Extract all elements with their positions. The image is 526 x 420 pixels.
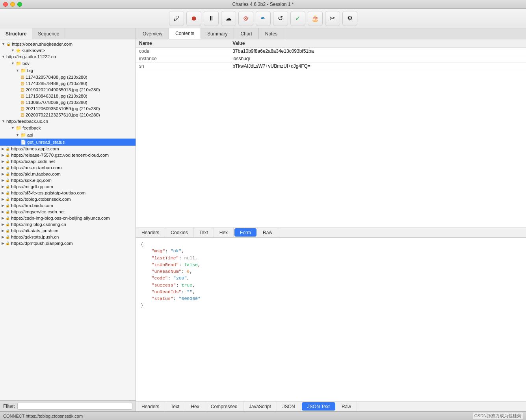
arrow-tool-button[interactable]: 🖊 xyxy=(169,11,184,26)
tab-notes[interactable]: Notes xyxy=(259,28,284,39)
tab-summary[interactable]: Summary xyxy=(201,28,234,39)
lock-icon: 🔒 xyxy=(6,159,10,163)
filter-input[interactable] xyxy=(17,403,132,410)
tree-item[interactable]: 🖼 202007022123257610.jpg (210x280) xyxy=(0,112,136,118)
tab-overview[interactable]: Overview xyxy=(136,28,169,39)
tree-item[interactable]: ▶ 🔒 https://dpmtpush.dianping.com xyxy=(0,240,136,246)
tree-item[interactable]: ▼ 📁 bcv xyxy=(0,60,136,67)
tools-button[interactable]: ✂ xyxy=(325,11,340,26)
tree-item-label: https://sdk.e.qq.com xyxy=(11,178,52,183)
cloud-button[interactable]: ☁ xyxy=(221,11,236,26)
record-button[interactable]: ⏺ xyxy=(186,11,201,26)
json-line: "code": "200", xyxy=(141,275,521,281)
minimize-button[interactable] xyxy=(10,2,15,7)
btab-hex[interactable]: Hex xyxy=(185,401,205,411)
tree-item[interactable]: ▶ 🔒 https://release-75570.gzc.vod.tencen… xyxy=(0,152,136,158)
tree-item[interactable]: ▶ 🔒 https://gd-stats.jpush.cn xyxy=(0,234,136,240)
settings-button[interactable]: ⚙ xyxy=(342,11,357,26)
tree-item-label: https://bizapi.csdn.net xyxy=(11,159,55,164)
empty-space xyxy=(136,70,526,228)
tree-item[interactable]: 🖼 1130657078069.jpg (210x280) xyxy=(0,99,136,105)
cancel-button[interactable]: ⊗ xyxy=(238,11,253,26)
tree-item[interactable]: ▼ http://img-tailor.11222.cn xyxy=(0,54,136,60)
btab-json-text[interactable]: JSON Text xyxy=(302,402,335,411)
filter-bar: Filter: xyxy=(0,400,136,411)
subtab-headers[interactable]: Headers xyxy=(136,228,165,237)
toolbar: 🖊 ⏺ ⏸ ☁ ⊗ ✒ ↺ ✓ 🎂 ✂ ⚙ xyxy=(0,9,526,28)
btab-json[interactable]: JSON xyxy=(277,401,301,411)
tree-item[interactable]: 🖼 1174328578488.jpg (210x280) xyxy=(0,80,136,87)
col-value-header: Value xyxy=(229,39,526,48)
tree-item[interactable]: ▶ 🔒 https://imgservice.csdn.net xyxy=(0,209,136,215)
tree-item[interactable]: ▶ 🔒 https://csdn-img-blog.oss-cn-beijing… xyxy=(0,215,136,221)
tree-item-label: api xyxy=(27,133,33,137)
tree-item-label: feedback xyxy=(22,126,41,130)
refresh-button[interactable]: ↺ xyxy=(273,11,288,26)
tree-item-label: https://acs.m.taobao.com xyxy=(11,165,61,170)
tree-item[interactable]: ▶ 🔒 https://img-blog.csdnimg.cn xyxy=(0,221,136,228)
image-icon: 🖼 xyxy=(20,107,24,111)
tree-item[interactable]: ▶ 🔒 https://aid.m.taobao.com xyxy=(0,171,136,177)
tree-item[interactable]: ▶ 🔒 https://ali-stats.jpush.cn xyxy=(0,228,136,234)
chevron-down-icon: ▼ xyxy=(11,61,15,65)
chevron-right-icon: ▶ xyxy=(2,210,4,214)
lock-icon: 🔒 xyxy=(6,210,10,214)
tab-sequence[interactable]: Sequence xyxy=(32,28,65,39)
json-code-area: { "msg": "ok", "lastTime": null, "isUnRe… xyxy=(136,238,526,401)
subtab-cookies[interactable]: Cookies xyxy=(165,228,193,237)
tree-item-label: big xyxy=(27,68,33,73)
tree-item[interactable]: ▼ 📁 api xyxy=(0,131,136,139)
btab-raw[interactable]: Raw xyxy=(336,401,357,411)
tree-item[interactable]: ▶ 🔒 https://itunes.apple.com xyxy=(0,146,136,152)
tab-structure[interactable]: Structure xyxy=(0,28,32,39)
compose-button[interactable]: 🎂 xyxy=(308,11,323,26)
tree-item[interactable]: ▼ http://feedback.uc.cn xyxy=(0,118,136,124)
tree-item[interactable]: 🖼 202112060935051059.jpg (210x280) xyxy=(0,105,136,112)
tree-item[interactable]: ▶ 🔒 https://acs.m.taobao.com xyxy=(0,165,136,171)
tree-item[interactable]: ▼ 📁 big xyxy=(0,67,136,74)
pen-button[interactable]: ✒ xyxy=(256,11,271,26)
tree-item[interactable]: ▶ 🔒 https://toblog.ctobsnssdk.com xyxy=(0,196,136,202)
chevron-right-icon: ▶ xyxy=(2,172,4,176)
tree-item-selected[interactable]: 📄 get_unread_status xyxy=(0,139,136,146)
tree-item[interactable]: ▶ 🔒 https://mi.gdt.qq.com xyxy=(0,183,136,190)
btab-javascript[interactable]: JavaScript xyxy=(243,401,277,411)
btab-headers[interactable]: Headers xyxy=(136,401,165,411)
chevron-right-icon: ▼ xyxy=(2,55,5,59)
tab-chart[interactable]: Chart xyxy=(234,28,258,39)
subtab-text[interactable]: Text xyxy=(194,228,214,237)
file-icon: 📄 xyxy=(20,139,26,145)
tree-item[interactable]: ▶ 🔒 https://sf3-fe-tos.pglstatp-toutiao.… xyxy=(0,190,136,196)
subtab-hex[interactable]: Hex xyxy=(214,228,234,237)
chevron-right-icon: ▶ xyxy=(2,147,4,151)
lock-icon: 🔒 xyxy=(6,147,10,151)
subtab-raw[interactable]: Raw xyxy=(257,228,278,237)
stop-button[interactable]: ⏸ xyxy=(204,11,219,26)
tree-item[interactable]: ▶ 🔒 https://bizapi.csdn.net xyxy=(0,158,136,165)
table-row: code 37ba10b9f8a6e2a8a34e13c093bf51ba xyxy=(136,48,526,55)
tree-item[interactable]: 🖼 1174328578488.jpg (210x280) xyxy=(0,74,136,80)
tree-item[interactable]: ▼ 📁 feedback xyxy=(0,124,136,131)
tree-item-label: <unknown> xyxy=(22,48,45,53)
tree-item[interactable]: 🖼 201902021049065013.jpg (210x280) xyxy=(0,87,136,93)
chevron-right-icon: ▶ xyxy=(2,159,4,163)
maximize-button[interactable] xyxy=(17,2,22,7)
tab-contents[interactable]: Contents xyxy=(169,28,201,39)
check-button[interactable]: ✓ xyxy=(290,11,305,26)
subtab-form[interactable]: Form xyxy=(234,228,256,237)
json-line: "status": "000000" xyxy=(141,295,521,302)
chevron-down-icon: ▼ xyxy=(2,42,5,46)
session-tree[interactable]: ▼ 🔒 https://ocean.shuqireader.com ▼ ⭐ <u… xyxy=(0,39,136,400)
tree-item[interactable]: ▼ 🔒 https://ocean.shuqireader.com xyxy=(0,41,136,47)
btab-compressed[interactable]: Compressed xyxy=(205,401,243,411)
tree-item[interactable]: ▶ 🔒 https://hm.baidu.com xyxy=(0,202,136,209)
close-button[interactable] xyxy=(3,2,8,7)
btab-text[interactable]: Text xyxy=(165,401,185,411)
lock-icon: 🔒 xyxy=(6,166,10,170)
tree-item[interactable]: ▶ 🔒 https://sdk.e.qq.com xyxy=(0,177,136,183)
tree-item[interactable]: ▼ ⭐ <unknown> xyxy=(0,47,136,54)
chevron-down-icon: ▼ xyxy=(16,133,19,137)
chevron-right-icon: ▶ xyxy=(2,241,4,245)
tree-item-label: 201902021049065013.jpg (210x280) xyxy=(26,87,100,92)
tree-item[interactable]: 🖼 1171588463218.jpg (210x280) xyxy=(0,93,136,99)
